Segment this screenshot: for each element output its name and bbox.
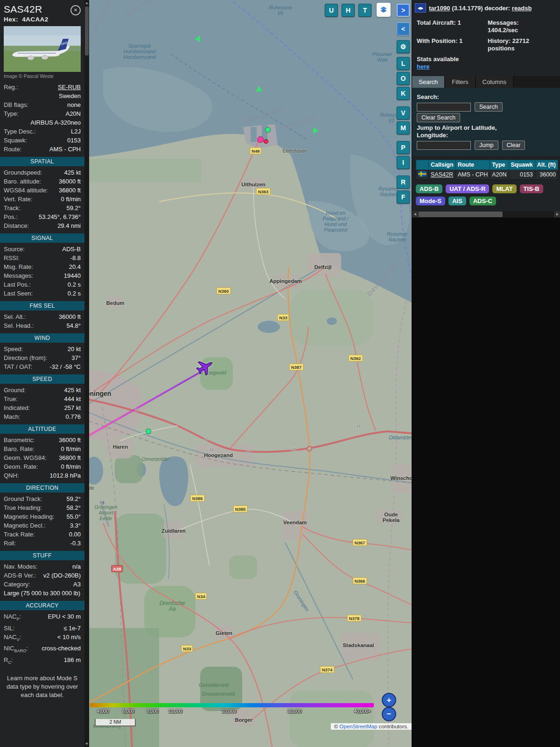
tab-columns[interactable]: Columns <box>476 76 514 88</box>
stats-here-link[interactable]: here <box>417 63 429 70</box>
aircraft-detail-panel: SAS42R ✕ Hex: 4ACAA2 SAS Image © Pascal … <box>0 0 84 747</box>
close-icon[interactable]: ✕ <box>70 5 81 15</box>
aircraft-row[interactable]: SAS42RAMS - CPHA20N015336000 <box>416 170 558 180</box>
tab-search[interactable]: Search <box>412 76 445 88</box>
table-header[interactable] <box>416 160 429 170</box>
zoom-in-button[interactable]: + <box>382 693 396 707</box>
data-row-value[interactable]: SE-RUB <box>58 83 81 91</box>
altitude-tick: 4,000 <box>97 709 109 714</box>
layers-button[interactable] <box>377 3 391 17</box>
data-row-label: Barometric: <box>4 436 35 444</box>
search-button[interactable]: Search <box>475 102 503 112</box>
clear-search-button[interactable]: Clear Search <box>417 113 460 122</box>
altitude-tick: 6,000 <box>123 709 134 714</box>
data-row-value: ≤ 1e-7 <box>63 624 81 632</box>
data-row-label: Source: <box>4 245 25 253</box>
map-button-h[interactable]: H <box>342 4 355 17</box>
map-button-k[interactable]: K <box>397 87 410 100</box>
horizontal-scrollbar[interactable] <box>412 211 560 218</box>
panel-collapse-button[interactable]: ◀▶ <box>415 3 426 13</box>
search-input[interactable] <box>417 103 471 112</box>
section-header-speed: SPEED <box>0 374 84 384</box>
map-button-p[interactable]: P <box>397 141 410 154</box>
table-header[interactable]: Callsign <box>429 160 456 170</box>
hscroll-thumb[interactable] <box>419 211 503 217</box>
map-button-settings[interactable]: ⚙ <box>397 40 410 53</box>
data-row: DB flags:none <box>0 100 84 109</box>
tab-filters[interactable]: Filters <box>445 76 476 88</box>
data-row-value: 36000 ft <box>59 177 81 185</box>
sidebar-header: ◀▶ tar1090 (3.14.1779) decoder: readsb <box>412 0 560 14</box>
data-row-value: -0.3 <box>70 539 81 547</box>
readsb-link[interactable]: readsb <box>512 5 532 12</box>
osm-link[interactable]: OpenStreetMap <box>339 724 377 729</box>
data-row: RSSI:-8.8 <box>0 254 84 262</box>
aircraft-triangle-marker[interactable] <box>313 127 319 134</box>
data-row-value: 444 kt <box>64 395 81 403</box>
data-row-value: 425 kt <box>64 386 81 394</box>
map-button-v[interactable]: V <box>397 106 410 120</box>
map-button-m[interactable]: M <box>397 121 410 134</box>
with-position: With Position: 1 <box>417 37 485 52</box>
jump-button[interactable]: Jump <box>475 141 498 150</box>
source-badge-tis-b: TIS-B <box>520 184 543 193</box>
table-header[interactable]: Alt. (ft) <box>535 160 558 170</box>
data-row-label: Sel. Head.: <box>4 322 34 330</box>
data-row-label: Track Rate: <box>4 530 35 538</box>
aircraft-dot-marker[interactable] <box>264 139 268 144</box>
hscroll-track[interactable] <box>419 211 554 218</box>
jump-clear-button[interactable]: Clear <box>502 141 525 150</box>
data-row-value: 0 ft/min <box>61 445 81 453</box>
map-button-t[interactable]: T <box>358 4 371 17</box>
map-button-i[interactable]: I <box>397 156 410 169</box>
data-row-label: True Heading: <box>4 504 42 512</box>
data-row-value: 59.2° <box>66 204 81 212</box>
data-row-value: 0.2 s <box>68 281 81 289</box>
aircraft-hex: Hex: 4ACAA2 <box>0 15 84 26</box>
aircraft-dot-marker[interactable] <box>265 127 271 133</box>
table-header[interactable]: Squawk <box>509 160 535 170</box>
left-panel-scrollbar[interactable] <box>84 0 89 747</box>
data-row-label: TAT / OAT: <box>4 363 32 371</box>
sidebar-empty-area <box>412 218 560 747</box>
map-button-u[interactable]: U <box>325 4 338 17</box>
scroll-right-icon[interactable] <box>554 211 560 218</box>
data-row: Type:A20N <box>0 109 84 118</box>
table-header[interactable]: Type <box>490 160 509 170</box>
map-button-sidebar-hide[interactable]: < <box>397 22 410 35</box>
data-row-label: RC: <box>4 656 13 667</box>
data-row-value: n/a <box>72 563 81 571</box>
data-row-label: Type: <box>4 110 19 118</box>
sidebar-tabs: SearchFiltersColumns <box>412 76 560 88</box>
map-button-f[interactable]: F <box>397 190 410 204</box>
sweden-flag-icon <box>418 171 427 176</box>
aircraft-dot-marker[interactable] <box>146 429 151 434</box>
map-button-l[interactable]: L <box>397 57 410 70</box>
mode-s-hint: Learn more about Mode S data type by hov… <box>0 667 84 707</box>
altitude-tick: 8,000 <box>147 709 158 714</box>
cell-callsign[interactable]: SAS42R <box>429 170 456 180</box>
data-row: Groundspeed:425 kt <box>0 168 84 177</box>
scrollbar-thumb[interactable] <box>85 7 89 56</box>
section-header-altitude: ALTITUDE <box>0 424 84 434</box>
scroll-left-icon[interactable] <box>412 211 419 218</box>
tar1090-link[interactable]: tar1090 <box>429 5 450 12</box>
data-row: Route:AMS - CPH <box>0 145 84 154</box>
data-row-label: Nav. Modes: <box>4 563 37 571</box>
aircraft-dot-marker[interactable] <box>257 136 264 143</box>
section-header-direction: DIRECTION <box>0 483 84 493</box>
scroll-down-icon[interactable] <box>84 741 89 747</box>
table-header[interactable]: Route <box>455 160 490 170</box>
selected-aircraft-icon[interactable] <box>196 356 216 379</box>
aircraft-photo[interactable]: SAS <box>4 26 81 72</box>
map-button-o[interactable]: O <box>397 72 410 85</box>
zoom-out-button[interactable]: − <box>382 707 396 721</box>
jump-input[interactable] <box>417 141 471 150</box>
map-button-sidebar-show[interactable]: > <box>397 4 410 17</box>
data-row: Reg.:SE-RUB <box>0 83 84 92</box>
scroll-up-icon[interactable] <box>84 0 89 6</box>
map[interactable]: Ruhezone I/6Sparregat Horsbornzand Horsb… <box>89 0 412 747</box>
map-button-r[interactable]: R <box>397 176 410 189</box>
data-row: Source:ADS-B <box>0 245 84 254</box>
search-pane: Search: Search Clear Search Jump to Airp… <box>412 88 560 156</box>
